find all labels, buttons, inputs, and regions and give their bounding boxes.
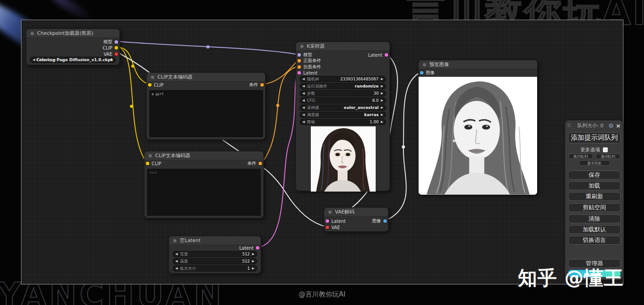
node-clip-encode-positive[interactable]: CLIP文本编码器 CLIP 条件 a girl [146, 72, 266, 140]
left-arrow-icon[interactable]: ◀ [33, 58, 35, 62]
input-slot-negative[interactable]: 负面条件 [297, 64, 321, 70]
queue-front-button[interactable]: 执行队列 [568, 154, 593, 159]
slot-dot-cond[interactable] [297, 65, 301, 69]
output-slot-model[interactable]: 模型 [103, 39, 118, 45]
node-ksampler[interactable]: K采样器 模型 正面条件 负面条件 Latent Latent [296, 42, 390, 191]
collapse-dot-icon[interactable] [148, 154, 152, 158]
save-button[interactable]: 保存 [568, 171, 621, 180]
output-slot-vae[interactable]: VAE [104, 51, 118, 57]
load-button[interactable]: 加载 [568, 181, 621, 190]
input-slot-image[interactable]: 图像 [420, 70, 435, 75]
output-slot-cond[interactable]: 条件 [249, 82, 264, 88]
cfg-widget[interactable]: ◀ CFG 8.0 ▶ [300, 97, 386, 104]
height-widget[interactable]: ◀ 高度 512 ▶ [173, 258, 257, 264]
collapse-dot-icon[interactable] [300, 45, 304, 48]
right-arrow-icon[interactable]: ▶ [252, 259, 254, 263]
right-arrow-icon[interactable]: ▶ [381, 113, 383, 117]
queue-menu-panel[interactable]: ⠿ 队列大小: 0 ⚙ × 添加提示词队列 更多选项 执行队列 显示队列 显示历… [565, 120, 623, 280]
right-arrow-icon[interactable]: ▶ [381, 99, 383, 102]
node-title-bar[interactable]: Checkpoint加载器(简易) [26, 29, 119, 38]
input-slot-latent[interactable]: Latent [326, 218, 346, 224]
right-arrow-icon[interactable]: ▶ [381, 84, 383, 88]
slot-dot-latent[interactable] [326, 219, 329, 223]
node-title-bar[interactable]: CLIP文本编码器 [144, 151, 263, 160]
toggle-language-button[interactable]: 切换语言 [568, 236, 621, 245]
collapse-dot-icon[interactable] [151, 75, 154, 79]
node-checkpoint-loader[interactable]: Checkpoint加载器(简易) 模型 CLIP VAE ◀ Checkpoi… [26, 29, 120, 65]
steps-widget[interactable]: ◀ 步数 30 ▶ [300, 90, 386, 96]
left-arrow-icon[interactable]: ◀ [175, 267, 178, 270]
slot-dot-latent[interactable] [297, 71, 301, 75]
right-arrow-icon[interactable]: ▶ [381, 77, 383, 81]
collapse-dot-icon[interactable] [173, 239, 177, 242]
input-slot-model[interactable]: 模型 [297, 52, 312, 58]
left-arrow-icon[interactable]: ◀ [302, 113, 305, 117]
slot-dot-image[interactable] [383, 219, 387, 223]
view-history-button[interactable]: 显示历史 [579, 160, 610, 166]
slot-dot-vae[interactable] [114, 52, 118, 56]
right-arrow-icon[interactable]: ▶ [381, 106, 383, 109]
clear-button[interactable]: 清除 [568, 214, 621, 223]
output-slot-cond[interactable]: 条件 [247, 161, 262, 166]
input-slot-clip[interactable]: CLIP [148, 82, 164, 88]
node-title-bar[interactable]: 预览图像 [419, 60, 537, 69]
batch-size-widget[interactable]: ◀ 批次大小 1 ▶ [173, 265, 257, 272]
left-arrow-icon[interactable]: ◀ [302, 84, 305, 88]
input-slot-vae[interactable]: VAE [326, 225, 340, 230]
seed-widget[interactable]: ◀ 随机种 233931366485067 ▶ [300, 76, 386, 82]
left-arrow-icon[interactable]: ◀ [175, 252, 178, 256]
width-widget[interactable]: ◀ 宽度 512 ▶ [173, 251, 257, 257]
right-arrow-icon[interactable]: ▶ [252, 267, 254, 270]
slot-dot-cond[interactable] [258, 162, 262, 165]
left-arrow-icon[interactable]: ◀ [175, 259, 178, 263]
sampler-widget[interactable]: ◀ 采样器 euler_ancestral ▶ [300, 104, 386, 111]
node-title-bar[interactable]: VAE解码 [324, 208, 388, 217]
left-arrow-icon[interactable]: ◀ [302, 106, 305, 109]
right-arrow-icon[interactable]: ▶ [381, 92, 383, 95]
queue-prompt-button[interactable]: 添加提示词队列 [568, 132, 621, 143]
slot-dot-image[interactable] [420, 71, 424, 75]
left-arrow-icon[interactable]: ◀ [302, 92, 305, 95]
clipspace-button[interactable]: 剪贴空间 [568, 203, 621, 212]
slot-dot-latent[interactable] [256, 246, 259, 250]
left-arrow-icon[interactable]: ◀ [302, 77, 305, 81]
output-slot-latent[interactable]: Latent [239, 245, 259, 251]
collapse-dot-icon[interactable] [30, 32, 34, 35]
slot-dot-clip[interactable] [146, 162, 149, 165]
slot-dot-latent[interactable] [385, 53, 388, 57]
slot-dot-vae[interactable] [326, 226, 329, 229]
slot-dot-cond[interactable] [297, 59, 301, 63]
input-slot-positive[interactable]: 正面条件 [297, 58, 321, 63]
extra-options-checkbox[interactable] [603, 147, 608, 152]
node-vae-decode[interactable]: VAE解码 Latent VAE 图像 [324, 207, 389, 232]
right-arrow-icon[interactable]: ▶ [381, 120, 383, 124]
node-clip-encode-negative[interactable]: CLIP文本编码器 CLIP 条件 text [144, 151, 264, 218]
prompt-textarea[interactable]: text [147, 169, 261, 216]
slot-dot-model[interactable] [297, 53, 301, 57]
slot-dot-model[interactable] [114, 40, 118, 44]
prompt-textarea[interactable]: a girl [149, 90, 263, 137]
drag-handle-icon[interactable]: ⠿ [567, 123, 571, 129]
input-slot-latent[interactable]: Latent [297, 70, 318, 75]
denoise-widget[interactable]: ◀ 降噪 1.00 ▶ [300, 119, 386, 125]
scheduler-widget[interactable]: ◀ 调度器 karras ▶ [300, 112, 386, 118]
node-title-bar[interactable]: CLIP文本编码器 [147, 73, 265, 82]
ckpt-name-widget[interactable]: ◀ Checkpoi Coloring Page Diffusion_v1.0.… [30, 57, 116, 63]
gear-icon[interactable]: ⚙ [608, 122, 614, 129]
slot-dot-clip[interactable] [114, 46, 118, 50]
slot-dot-clip[interactable] [148, 83, 152, 87]
collapse-dot-icon[interactable] [328, 210, 332, 214]
node-preview-image[interactable]: 预览图像 图像 [418, 60, 538, 195]
close-icon[interactable]: × [616, 122, 621, 129]
left-arrow-icon[interactable]: ◀ [302, 99, 305, 102]
collapse-dot-icon[interactable] [423, 63, 426, 67]
output-slot-latent[interactable]: Latent [368, 52, 388, 58]
left-arrow-icon[interactable]: ◀ [302, 120, 305, 124]
refresh-button[interactable]: 重刷新 [568, 192, 621, 201]
output-slot-image[interactable]: 图像 [372, 218, 387, 224]
input-slot-clip[interactable]: CLIP [146, 161, 161, 166]
load-default-button[interactable]: 加载默认 [568, 225, 621, 234]
node-empty-latent[interactable]: 空Latent Latent ◀ 宽度 512 ▶ ◀ 高度 512 ▶ ◀ 批… [169, 236, 261, 274]
node-title-bar[interactable]: 空Latent [169, 236, 261, 245]
node-graph-canvas[interactable]: Checkpoint加载器(简易) 模型 CLIP VAE ◀ Checkpoi… [21, 20, 623, 284]
